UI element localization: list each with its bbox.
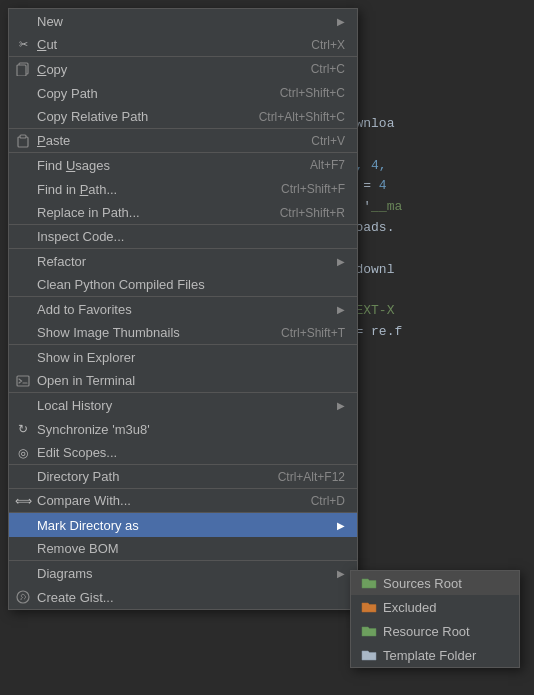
svg-rect-1 xyxy=(17,65,26,76)
submenu-label-resource-root: Resource Root xyxy=(383,624,470,639)
menu-item-new[interactable]: New ▶ xyxy=(9,9,357,33)
menu-item-inspect-code[interactable]: Inspect Code... xyxy=(9,225,357,249)
menu-item-compare-with[interactable]: ⟺ Compare With... Ctrl+D xyxy=(9,489,357,513)
menu-item-copy[interactable]: Copy Ctrl+C xyxy=(9,57,357,81)
menu-item-paste[interactable]: Paste Ctrl+V xyxy=(9,129,357,153)
folder-excluded-icon xyxy=(361,599,377,615)
menu-item-edit-scopes[interactable]: ◎ Edit Scopes... xyxy=(9,441,357,465)
menu-item-create-gist[interactable]: Create Gist... xyxy=(9,585,357,609)
menu-label-cut: Cut xyxy=(37,37,291,52)
menu-label-clean-python: Clean Python Compiled Files xyxy=(37,277,345,292)
menu-item-mark-directory[interactable]: Mark Directory as ▶ xyxy=(9,513,357,537)
shortcut-directory-path: Ctrl+Alt+F12 xyxy=(278,470,345,484)
menu-item-replace-in-path[interactable]: Replace in Path... Ctrl+Shift+R xyxy=(9,201,357,225)
menu-label-synchronize: Synchronize 'm3u8' xyxy=(37,422,345,437)
menu-label-inspect-code: Inspect Code... xyxy=(37,229,345,244)
folder-sources-icon xyxy=(361,575,377,591)
terminal-icon xyxy=(15,373,31,389)
submenu-item-excluded[interactable]: Excluded xyxy=(351,595,519,619)
menu-item-synchronize[interactable]: ↻ Synchronize 'm3u8' xyxy=(9,417,357,441)
menu-item-cut[interactable]: ✂ Cut Ctrl+X xyxy=(9,33,357,57)
paste-icon xyxy=(15,133,31,149)
menu-item-open-in-terminal[interactable]: Open in Terminal xyxy=(9,369,357,393)
menu-label-find-usages: Find Usages xyxy=(37,158,290,173)
menu-label-copy-relative-path: Copy Relative Path xyxy=(37,109,239,124)
shortcut-paste: Ctrl+V xyxy=(311,134,345,148)
menu-item-refactor[interactable]: Refactor ▶ xyxy=(9,249,357,273)
shortcut-find-usages: Alt+F7 xyxy=(310,158,345,172)
arrow-icon-local-history: ▶ xyxy=(337,400,345,411)
arrow-icon-new: ▶ xyxy=(337,16,345,27)
menu-label-create-gist: Create Gist... xyxy=(37,590,345,605)
shortcut-copy-relative-path: Ctrl+Alt+Shift+C xyxy=(259,110,345,124)
shortcut-show-image-thumbnails: Ctrl+Shift+T xyxy=(281,326,345,340)
menu-item-add-to-favorites[interactable]: Add to Favorites ▶ xyxy=(9,297,357,321)
folder-template-icon xyxy=(361,647,377,663)
arrow-icon-diagrams: ▶ xyxy=(337,568,345,579)
github-icon xyxy=(15,589,31,605)
shortcut-cut: Ctrl+X xyxy=(311,38,345,52)
submenu-item-sources-root[interactable]: Sources Root xyxy=(351,571,519,595)
menu-label-refactor: Refactor xyxy=(37,254,329,269)
submenu-item-resource-root[interactable]: Resource Root xyxy=(351,619,519,643)
submenu-label-excluded: Excluded xyxy=(383,600,436,615)
shortcut-replace-in-path: Ctrl+Shift+R xyxy=(280,206,345,220)
arrow-icon-refactor: ▶ xyxy=(337,256,345,267)
context-menu: New ▶ ✂ Cut Ctrl+X Copy Ctrl+C Copy Path… xyxy=(8,8,358,610)
menu-label-show-image-thumbnails: Show Image Thumbnails xyxy=(37,325,261,340)
folder-resource-icon xyxy=(361,623,377,639)
submenu-label-template-folder: Template Folder xyxy=(383,648,476,663)
menu-item-clean-python[interactable]: Clean Python Compiled Files xyxy=(9,273,357,297)
menu-item-diagrams[interactable]: Diagrams ▶ xyxy=(9,561,357,585)
menu-item-find-in-path[interactable]: Find in Path... Ctrl+Shift+F xyxy=(9,177,357,201)
svg-rect-4 xyxy=(17,376,29,386)
menu-item-local-history[interactable]: Local History ▶ xyxy=(9,393,357,417)
sync-icon: ↻ xyxy=(15,421,31,437)
menu-item-show-in-explorer[interactable]: Show in Explorer xyxy=(9,345,357,369)
submenu-item-template-folder[interactable]: Template Folder xyxy=(351,643,519,667)
menu-item-show-image-thumbnails[interactable]: Show Image Thumbnails Ctrl+Shift+T xyxy=(9,321,357,345)
menu-label-replace-in-path: Replace in Path... xyxy=(37,205,260,220)
shortcut-copy-path: Ctrl+Shift+C xyxy=(280,86,345,100)
menu-label-add-to-favorites: Add to Favorites xyxy=(37,302,329,317)
menu-label-mark-directory: Mark Directory as xyxy=(37,518,329,533)
compare-icon: ⟺ xyxy=(15,493,31,509)
menu-label-diagrams: Diagrams xyxy=(37,566,329,581)
shortcut-compare-with: Ctrl+D xyxy=(311,494,345,508)
menu-item-find-usages[interactable]: Find Usages Alt+F7 xyxy=(9,153,357,177)
shortcut-find-in-path: Ctrl+Shift+F xyxy=(281,182,345,196)
submenu-label-sources-root: Sources Root xyxy=(383,576,462,591)
svg-rect-3 xyxy=(20,135,26,138)
menu-label-remove-bom: Remove BOM xyxy=(37,541,345,556)
svg-point-6 xyxy=(17,591,29,603)
menu-label-edit-scopes: Edit Scopes... xyxy=(37,445,345,460)
menu-label-local-history: Local History xyxy=(37,398,329,413)
menu-label-directory-path: Directory Path xyxy=(37,469,258,484)
menu-label-new: New xyxy=(37,14,329,29)
menu-label-find-in-path: Find in Path... xyxy=(37,182,261,197)
menu-item-directory-path[interactable]: Directory Path Ctrl+Alt+F12 xyxy=(9,465,357,489)
cut-icon: ✂ xyxy=(15,37,31,53)
arrow-icon-mark-directory: ▶ xyxy=(337,520,345,531)
submenu-mark-directory: Sources Root Excluded Resource Root Temp… xyxy=(350,570,520,668)
menu-label-paste: Paste xyxy=(37,133,291,148)
copy-icon xyxy=(15,61,31,77)
menu-label-show-in-explorer: Show in Explorer xyxy=(37,350,345,365)
menu-label-compare-with: Compare With... xyxy=(37,493,291,508)
menu-item-remove-bom[interactable]: Remove BOM xyxy=(9,537,357,561)
arrow-icon-add-favorites: ▶ xyxy=(337,304,345,315)
menu-label-open-in-terminal: Open in Terminal xyxy=(37,373,345,388)
shortcut-copy: Ctrl+C xyxy=(311,62,345,76)
menu-item-copy-relative-path[interactable]: Copy Relative Path Ctrl+Alt+Shift+C xyxy=(9,105,357,129)
menu-item-copy-path[interactable]: Copy Path Ctrl+Shift+C xyxy=(9,81,357,105)
menu-label-copy: Copy xyxy=(37,62,291,77)
menu-label-copy-path: Copy Path xyxy=(37,86,260,101)
scopes-icon: ◎ xyxy=(15,445,31,461)
